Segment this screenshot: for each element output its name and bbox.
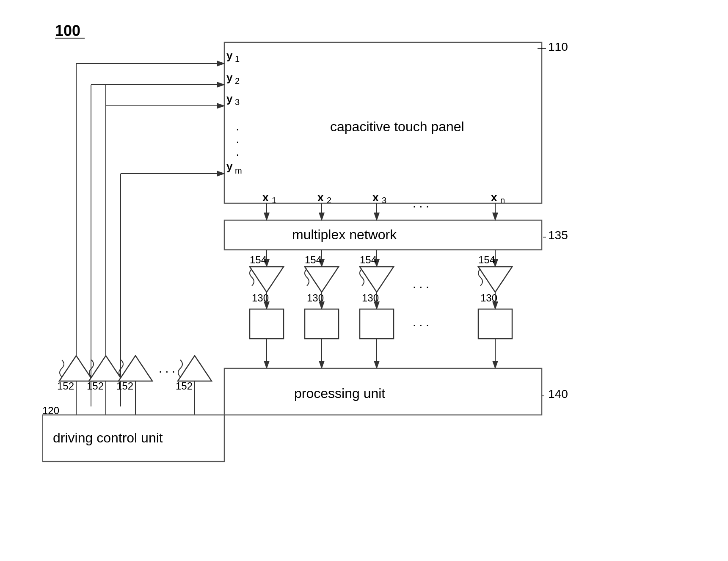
y1-label: y [226,49,233,62]
x-dots: . . . [413,197,429,210]
driver-amp-1 [59,356,93,381]
recv-dots: . . . [413,277,429,290]
x3-label: x [372,191,379,204]
x1-sub: 1 [272,196,276,205]
driver-amp-last [178,356,212,381]
x2-label: x [317,191,324,204]
adc-box-3 [360,309,394,339]
multiplex-network-label: multiplex network [292,227,397,242]
y3-sub: 3 [235,97,240,107]
xn-label: x [491,191,497,204]
x3-sub: 3 [382,196,386,205]
driver-amp-3 [119,356,152,381]
driver-amp-2 [89,356,123,381]
ref-154-1: 154 [250,254,267,265]
ym-label: y [226,160,233,173]
ref-110: 110 [548,40,568,53]
y-dots3: . [236,144,240,159]
adc-box-2 [305,309,339,339]
receiver-amp-1 [250,267,284,292]
diagram-title: 100 [55,22,80,39]
y2-label: y [226,71,233,84]
processing-unit-label: processing unit [294,386,385,401]
receiver-amp-2 [305,267,339,292]
driver-dots: . . . [159,362,175,375]
ref-154-n: 154 [478,254,495,265]
adc-dots: . . . [413,315,429,329]
ref-135: 135 [548,229,568,242]
receiver-amp-3 [360,267,394,292]
ref-152-2: 152 [87,380,104,392]
x2-sub: 2 [327,196,331,205]
ref-154-2: 154 [305,254,322,265]
ref-152-last: 152 [176,380,193,392]
adc-box-n [478,309,512,339]
adc-box-1 [250,309,284,339]
ym-sub: m [235,166,242,175]
ref-120: 120 [42,405,59,416]
receiver-amp-n [478,267,512,292]
x1-label: x [262,191,269,204]
y1-sub: 1 [235,54,240,64]
ref-140: 140 [548,387,568,401]
y2-sub: 2 [235,76,240,86]
ref-154-3: 154 [360,254,377,265]
diagram: 100 capacitive touch panel 110 y 1 y 2 y… [42,17,686,550]
y3-label: y [226,92,233,105]
ref-152-3: 152 [116,380,133,392]
xn-sub: n [500,196,505,205]
capacitive-touch-panel-label: capacitive touch panel [330,119,464,134]
driving-control-unit-label: driving control unit [53,430,163,445]
ref-152-1: 152 [57,380,74,392]
